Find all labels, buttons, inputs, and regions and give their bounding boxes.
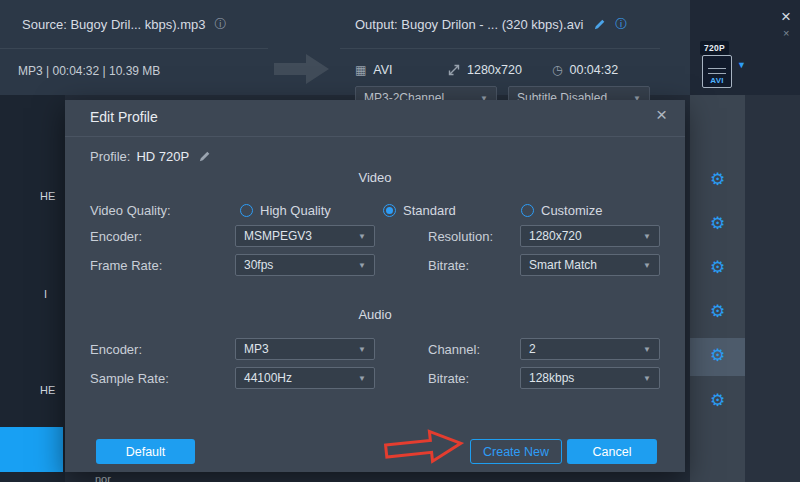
top-bar: Source: Bugoy Dril... kbps).mp3 ⓘ MP3 | … bbox=[0, 0, 690, 95]
samplerate-select[interactable]: 44100Hz ▼ bbox=[235, 367, 375, 389]
gear-icon[interactable]: ⚙ bbox=[690, 171, 745, 189]
chevron-down-icon: ▼ bbox=[643, 374, 651, 383]
dialog-title: Edit Profile bbox=[90, 109, 158, 125]
audio-encoder-select[interactable]: MP3 ▼ bbox=[235, 338, 375, 360]
source-label: Source: Bugoy Dril... kbps).mp3 bbox=[22, 17, 206, 32]
chevron-down-icon: ▼ bbox=[643, 261, 651, 270]
profile-dropdown-caret-icon[interactable]: ▼ bbox=[737, 60, 746, 70]
radio-high-quality-label[interactable]: High Quality bbox=[260, 203, 331, 218]
channel-label: Channel: bbox=[428, 342, 480, 357]
resolution-select[interactable]: 1280x720 ▼ bbox=[520, 225, 660, 247]
audio-section-title: Audio bbox=[65, 307, 685, 322]
resolution-label: Resolution: bbox=[428, 229, 493, 244]
gear-icon[interactable]: ⚙ bbox=[690, 259, 745, 277]
selected-format-tile[interactable] bbox=[0, 427, 63, 472]
framerate-label: Frame Rate: bbox=[90, 258, 162, 273]
profile-format-label: AVI bbox=[710, 76, 724, 85]
profile-label: Profile: bbox=[90, 149, 130, 164]
chevron-down-icon: ▼ bbox=[358, 232, 366, 241]
close-icon[interactable]: × bbox=[781, 9, 791, 25]
default-button[interactable]: Default bbox=[96, 439, 195, 464]
panel-close-icon[interactable]: × bbox=[783, 28, 789, 39]
output-duration: 00:04:32 bbox=[569, 63, 618, 77]
divider bbox=[0, 48, 268, 49]
profile-row: Profile: HD 720P bbox=[90, 149, 211, 164]
source-meta: MP3 | 00:04:32 | 10.39 MB bbox=[18, 64, 160, 78]
channel-value: 2 bbox=[529, 342, 536, 356]
sidebar-fragment: HE bbox=[40, 384, 55, 396]
filmstrip-line bbox=[708, 68, 726, 69]
source-label-row: Source: Bugoy Dril... kbps).mp3 ⓘ bbox=[22, 16, 227, 33]
video-section-title: Video bbox=[65, 170, 685, 185]
video-quality-label: Video Quality: bbox=[90, 203, 171, 218]
right-background-strip bbox=[745, 95, 800, 482]
profile-name: HD 720P bbox=[136, 149, 189, 164]
audio-bitrate-select[interactable]: 128kbps ▼ bbox=[520, 367, 660, 389]
source-info-icon[interactable]: ⓘ bbox=[215, 16, 227, 33]
background-text-fragment: nor bbox=[95, 473, 111, 482]
gear-icon[interactable]: ⚙ bbox=[690, 347, 745, 365]
samplerate-value: 44100Hz bbox=[244, 371, 292, 385]
chevron-down-icon: ▼ bbox=[358, 261, 366, 270]
framerate-select[interactable]: 30fps ▼ bbox=[235, 254, 375, 276]
edit-output-pencil-icon[interactable] bbox=[593, 18, 606, 31]
top-right-panel: × × 720P AVI ▼ bbox=[690, 0, 800, 95]
edit-profile-dialog: Edit Profile × Profile: HD 720P Video Vi… bbox=[65, 100, 685, 472]
rename-profile-pencil-icon[interactable] bbox=[198, 150, 211, 163]
audio-encoder-value: MP3 bbox=[244, 342, 269, 356]
chevron-down-icon: ▼ bbox=[643, 345, 651, 354]
resolution-value: 1280x720 bbox=[529, 229, 582, 243]
video-encoder-label: Encoder: bbox=[90, 229, 142, 244]
sidebar-fragment: I bbox=[44, 288, 47, 300]
output-label-row: Output: Bugoy Drilon - ... (320 kbps).av… bbox=[355, 16, 627, 33]
video-bitrate-label: Bitrate: bbox=[428, 258, 469, 273]
annotation-arrow-icon bbox=[381, 424, 469, 471]
output-label: Output: Bugoy Drilon - ... (320 kbps).av… bbox=[355, 17, 583, 32]
dialog-close-icon[interactable]: × bbox=[656, 104, 667, 126]
output-format: AVI bbox=[373, 63, 392, 77]
channel-select[interactable]: 2 ▼ bbox=[520, 338, 660, 360]
radio-standard[interactable] bbox=[383, 204, 396, 217]
format-grid-icon: ▦ bbox=[355, 63, 366, 77]
video-bitrate-select[interactable]: Smart Match ▼ bbox=[520, 254, 660, 276]
filmstrip-line bbox=[708, 73, 726, 74]
format-sidebar: HE I HE bbox=[0, 95, 65, 482]
gear-icon[interactable]: ⚙ bbox=[690, 392, 745, 410]
output-resolution-group: 1280x720 bbox=[448, 63, 522, 77]
video-bitrate-value: Smart Match bbox=[529, 258, 597, 272]
clock-icon: ◷ bbox=[552, 63, 562, 77]
output-format-group: ▦ AVI bbox=[355, 63, 393, 77]
radio-customize-label[interactable]: Customize bbox=[541, 203, 602, 218]
profile-format-icon[interactable]: AVI bbox=[702, 55, 732, 88]
audio-bitrate-value: 128kbps bbox=[529, 371, 574, 385]
video-encoder-select[interactable]: MSMPEGV3 ▼ bbox=[235, 225, 375, 247]
transfer-arrow-icon bbox=[272, 50, 332, 88]
chevron-down-icon: ▼ bbox=[358, 345, 366, 354]
resolution-expand-icon bbox=[448, 64, 460, 76]
gear-icon[interactable]: ⚙ bbox=[690, 303, 745, 321]
chevron-down-icon: ▼ bbox=[643, 232, 651, 241]
divider bbox=[340, 48, 660, 49]
profile-quality-badge[interactable]: 720P bbox=[700, 41, 729, 55]
app-window: Source: Bugoy Dril... kbps).mp3 ⓘ MP3 | … bbox=[0, 0, 800, 482]
gear-icon[interactable]: ⚙ bbox=[690, 215, 745, 233]
radio-customize[interactable] bbox=[521, 204, 534, 217]
cancel-button[interactable]: Cancel bbox=[567, 439, 657, 464]
chevron-down-icon: ▼ bbox=[358, 374, 366, 383]
create-new-button[interactable]: Create New bbox=[470, 439, 562, 464]
output-info-icon[interactable]: ⓘ bbox=[615, 16, 627, 33]
samplerate-label: Sample Rate: bbox=[90, 371, 169, 386]
output-duration-group: ◷ 00:04:32 bbox=[552, 63, 618, 77]
framerate-value: 30fps bbox=[244, 258, 273, 272]
audio-encoder-label: Encoder: bbox=[90, 342, 142, 357]
sidebar-fragment: HE bbox=[40, 190, 55, 202]
audio-bitrate-label: Bitrate: bbox=[428, 371, 469, 386]
radio-high-quality[interactable] bbox=[240, 204, 253, 217]
profile-settings-column bbox=[690, 95, 745, 482]
video-encoder-value: MSMPEGV3 bbox=[244, 229, 312, 243]
radio-standard-label[interactable]: Standard bbox=[403, 203, 456, 218]
divider bbox=[65, 136, 685, 137]
output-resolution: 1280x720 bbox=[467, 63, 522, 77]
